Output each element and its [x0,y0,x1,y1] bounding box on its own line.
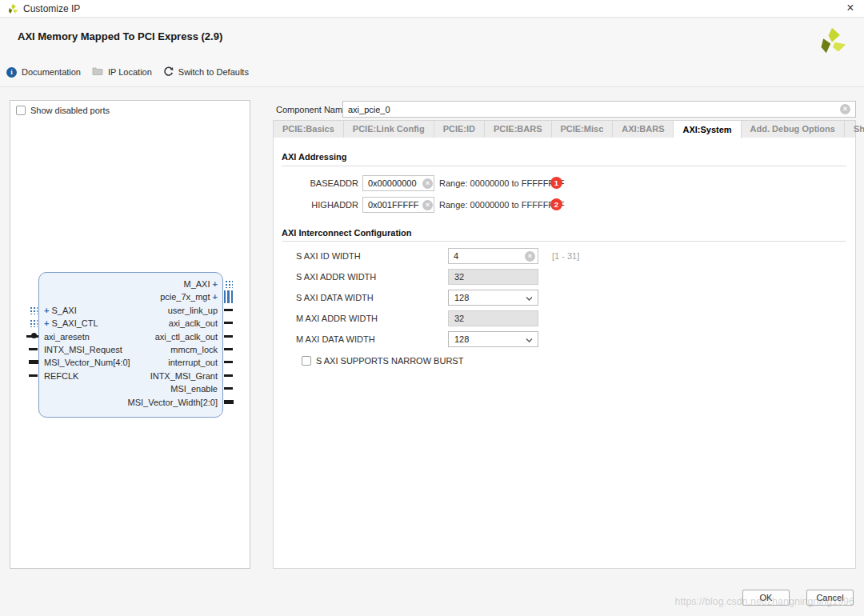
narrow-burst-checkbox[interactable] [302,356,311,366]
documentation-label: Documentation [22,67,81,77]
refresh-icon [163,66,174,78]
tab-pcie-basics[interactable]: PCIE:Basics [274,121,344,138]
m-axi-addr-width-field: 32 [448,310,538,326]
port-label: MSI_enable [170,384,218,394]
port-mmcm-lock[interactable]: mmcm_lock [170,344,218,355]
port-s-axi-ctl[interactable]: + S_AXI_CTL [44,318,98,329]
port-label: pcie_7x_mgt [160,292,210,302]
section-title-axi-addressing: AXI Addressing [282,152,347,162]
bus-port-icon [224,400,234,404]
port-interrupt-out[interactable]: interrupt_out [168,357,218,368]
interface-port-icon [29,318,38,327]
highaddr-label: HIGHADDR [282,200,358,210]
tab-pcie-id[interactable]: PCIE:ID [434,121,485,138]
expand-plus-icon[interactable]: + [44,306,49,315]
port-label: user_link_up [168,306,218,315]
port-intx-msi-grant[interactable]: INTX_MSI_Grant [150,370,218,382]
port-msi-enable[interactable]: MSI_enable [170,383,218,394]
wire-port-icon [224,387,233,390]
expand-plus-icon[interactable]: + [44,318,49,328]
s-axi-addr-width-label: S AXI ADDR WIDTH [296,272,376,282]
port-axi-aclk-out[interactable]: axi_aclk_out [169,318,218,329]
port-label: mmcm_lock [170,345,218,354]
ok-button[interactable]: OK [742,590,790,606]
port-axi-ctl-aclk-out[interactable]: axi_ctl_aclk_out [155,331,218,342]
port-msi-vector-num-4-0-[interactable]: MSI_Vector_Num[4:0] [44,357,130,368]
expand-plus-icon[interactable]: + [213,292,218,302]
port-intx-msi-request[interactable]: INTX_MSI_Request [44,344,122,355]
cancel-button[interactable]: Cancel [806,590,854,606]
component-name-label: Component Name [276,105,347,114]
port-msi-vector-width-2-0-[interactable]: MSI_Vector_Width[2:0] [128,397,218,408]
port-label: INTX_MSI_Grant [150,371,218,381]
reset-port-icon [26,335,38,338]
baseaddr-range: Range: 00000000 to FFFFFFFF [439,178,565,188]
s-axi-data-width-select[interactable]: 128 [448,290,538,306]
port-label: MSI_Vector_Width[2:0] [128,398,218,407]
port-label: M_AXI [183,279,210,289]
port-pcie-7x-mgt[interactable]: pcie_7x_mgt + [160,291,218,302]
port-user-link-up[interactable]: user_link_up [168,305,218,316]
m-axi-data-width-select[interactable]: 128 [448,331,538,347]
app-logo-icon [7,3,18,18]
port-label: axi_aresetn [44,332,90,342]
port-label: interrupt_out [168,358,218,367]
component-name-input[interactable] [342,101,856,118]
page-title: AXI Memory Mapped To PCI Express (2.9) [18,30,222,42]
tab-axi-bars[interactable]: AXI:BARS [613,121,674,138]
wire-port-icon [29,348,38,350]
baseaddr-label: BASEADDR [282,178,358,188]
tab-pcie-bars[interactable]: PCIE:BARS [485,121,552,138]
tab-axi-system[interactable]: AXI:System [674,120,741,138]
annotation-badge-2: 2 [550,198,562,210]
s-axi-data-width-label: S AXI DATA WIDTH [296,293,374,302]
wire-port-icon [224,361,233,363]
close-icon[interactable]: × [843,1,858,15]
toolbar: i Documentation IP Location Switch to De… [6,65,249,79]
wire-port-icon [224,309,233,311]
wire-port-icon [224,335,233,338]
s-axi-id-width-label: S AXI ID WIDTH [296,251,361,261]
expand-plus-icon[interactable]: + [213,279,218,289]
wire-port-icon [224,322,233,324]
narrow-burst-label: S AXI SUPPORTS NARROW BURST [316,356,463,366]
port-label: axi_ctl_aclk_out [155,332,218,342]
port-label: S_AXI [52,306,77,315]
port-s-axi[interactable]: + S_AXI [44,305,77,316]
ip-location-button[interactable]: IP Location [92,66,152,78]
show-disabled-ports-checkbox[interactable] [16,106,26,115]
s-axi-id-width-hint: [1 - 31] [552,251,579,261]
tab-pcie-link-config[interactable]: PCIE:Link Config [344,121,434,138]
folder-icon [92,66,103,78]
tab-pcie-misc[interactable]: PCIE:Misc [552,121,614,138]
port-refclk[interactable]: REFCLK [44,370,78,382]
interface-bars-icon [224,290,233,303]
documentation-button[interactable]: i Documentation [6,67,81,78]
switch-to-defaults-label: Switch to Defaults [178,67,249,77]
interface-port-icon [29,306,38,314]
info-icon: i [6,67,17,78]
clear-icon[interactable]: × [422,200,433,210]
port-label: MSI_Vector_Num[4:0] [44,358,130,367]
wire-port-icon [224,374,233,377]
m-axi-addr-width-label: M AXI ADDR WIDTH [296,314,378,323]
clear-icon[interactable]: × [422,178,433,189]
port-axi-aresetn[interactable]: axi_aresetn [44,331,90,342]
port-label: REFCLK [44,371,78,381]
clear-icon[interactable]: × [840,104,850,114]
tab-shared-logic[interactable]: Shared Logic [845,121,864,138]
section-title-interconnect: AXI Interconnect Configuration [282,228,412,238]
port-label: axi_aclk_out [169,318,218,328]
tab-bar: PCIE:BasicsPCIE:Link ConfigPCIE:IDPCIE:B… [273,120,856,138]
m-axi-data-width-value: 128 [454,334,469,344]
tab-add-debug-options[interactable]: Add. Debug Options [742,121,845,138]
port-m-axi[interactable]: M_AXI + [183,278,218,290]
switch-to-defaults-button[interactable]: Switch to Defaults [163,66,249,78]
m-axi-data-width-label: M AXI DATA WIDTH [296,334,375,344]
port-label: S_AXI_CTL [52,318,98,328]
wire-port-icon [224,348,233,350]
chevron-down-icon [526,297,533,301]
highaddr-range: Range: 00000000 to FFFFFFFF [439,200,565,210]
wire-port-icon [29,374,38,377]
clear-icon[interactable]: × [525,251,535,262]
